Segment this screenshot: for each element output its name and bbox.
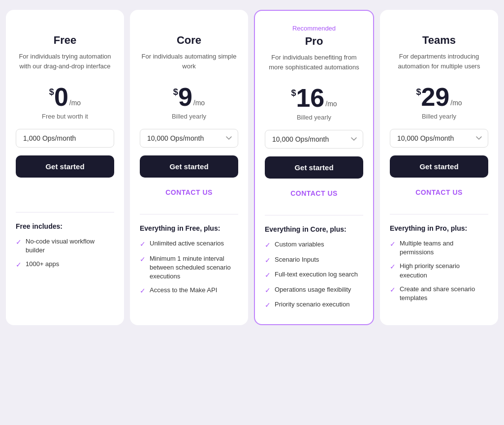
check-icon-free-1: ✓ — [16, 260, 22, 270]
divider-free — [16, 212, 114, 212]
feature-text-pro-4: Priority scenario execution — [275, 300, 349, 309]
feature-item-teams-2: ✓ Create and share scenario templates — [390, 285, 488, 303]
price-row-free: $ 0 /mo — [16, 84, 114, 110]
check-icon-core-1: ✓ — [140, 255, 146, 265]
check-icon-pro-4: ✓ — [265, 301, 271, 310]
price-per-pro: /mo — [325, 100, 337, 108]
ops-input-free[interactable] — [16, 129, 114, 148]
billing-note-free: Free but worth it — [16, 113, 114, 120]
contact-us-button-pro[interactable]: CONTACT US — [265, 185, 363, 201]
feature-text-free-0: No-code visual workflow builder — [26, 237, 114, 255]
feature-text-core-0: Unlimited active scenarios — [150, 239, 224, 248]
feature-list-pro: ✓ Custom variables ✓ Scenario Inputs ✓ F… — [265, 240, 363, 310]
feature-item-pro-3: ✓ Operations usage flexibility — [265, 285, 363, 296]
plan-card-pro: RecommendedProFor individuals benefiting… — [254, 10, 374, 325]
plan-description-free: For individuals trying automation with o… — [16, 52, 114, 77]
price-number-pro: 16 — [296, 85, 324, 111]
billing-note-core: Billed yearly — [140, 113, 238, 120]
check-icon-teams-0: ✓ — [390, 240, 396, 249]
check-icon-pro-1: ✓ — [265, 256, 271, 266]
plan-name-core: Core — [140, 34, 238, 47]
price-dollar-core: $ — [173, 87, 178, 97]
price-per-free: /mo — [69, 99, 81, 107]
feature-item-pro-4: ✓ Priority scenario execution — [265, 300, 363, 310]
price-per-core: /mo — [193, 99, 205, 107]
check-icon-pro-0: ✓ — [265, 241, 271, 250]
ops-select-core[interactable]: 10,000 Ops/month25,000 Ops/month50,000 O… — [140, 129, 238, 148]
plan-description-pro: For individuals benefiting from more sop… — [265, 53, 363, 78]
ops-select-teams[interactable]: 10,000 Ops/month25,000 Ops/month50,000 O… — [390, 129, 488, 148]
divider-core — [140, 214, 238, 214]
feature-item-core-1: ✓ Minimum 1 minute interval between sche… — [140, 254, 238, 281]
feature-text-core-1: Minimum 1 minute interval between schedu… — [150, 254, 238, 281]
ops-select-pro[interactable]: 10,000 Ops/month25,000 Ops/month50,000 O… — [265, 130, 363, 149]
feature-item-free-0: ✓ No-code visual workflow builder — [16, 237, 114, 255]
price-row-pro: $ 16 /mo — [265, 85, 363, 111]
feature-text-pro-1: Scenario Inputs — [275, 255, 319, 264]
plan-card-core: CoreFor individuals automating simple wo… — [130, 10, 248, 325]
feature-list-teams: ✓ Multiple teams and permissions ✓ High … — [390, 239, 488, 303]
feature-list-free: ✓ No-code visual workflow builder ✓ 1000… — [16, 237, 114, 270]
features-title-free: Free includes: — [16, 222, 114, 230]
get-started-button-pro[interactable]: Get started — [265, 156, 363, 179]
price-per-teams: /mo — [450, 99, 462, 107]
recommended-badge: Recommended — [265, 25, 363, 32]
feature-text-teams-2: Create and share scenario templates — [400, 285, 488, 303]
features-title-teams: Everything in Pro, plus: — [390, 224, 488, 232]
plan-name-pro: Pro — [265, 35, 363, 48]
contact-us-button-core[interactable]: CONTACT US — [140, 184, 238, 200]
features-title-pro: Everything in Core, plus: — [265, 225, 363, 233]
plan-description-teams: For departments introducing automation f… — [390, 52, 488, 77]
features-title-core: Everything in Free, plus: — [140, 224, 238, 232]
get-started-button-free[interactable]: Get started — [16, 155, 114, 178]
feature-text-free-1: 1000+ apps — [26, 260, 59, 269]
feature-item-core-0: ✓ Unlimited active scenarios — [140, 239, 238, 249]
price-row-core: $ 9 /mo — [140, 84, 238, 110]
plan-name-free: Free — [16, 34, 114, 47]
feature-text-teams-0: Multiple teams and permissions — [400, 239, 488, 257]
feature-text-teams-1: High priority scenario execution — [400, 262, 488, 279]
feature-text-core-2: Access to the Make API — [150, 286, 217, 295]
feature-item-pro-2: ✓ Full-text execution log search — [265, 270, 363, 280]
plan-name-teams: Teams — [390, 34, 488, 47]
check-icon-free-0: ✓ — [16, 238, 22, 247]
feature-text-pro-2: Full-text execution log search — [275, 270, 358, 279]
price-number-free: 0 — [54, 84, 68, 110]
get-started-button-teams[interactable]: Get started — [390, 155, 488, 178]
feature-item-teams-1: ✓ High priority scenario execution — [390, 262, 488, 279]
get-started-button-core[interactable]: Get started — [140, 155, 238, 178]
price-row-teams: $ 29 /mo — [390, 84, 488, 110]
price-number-core: 9 — [178, 84, 192, 110]
check-icon-teams-2: ✓ — [390, 285, 396, 295]
check-icon-pro-3: ✓ — [265, 286, 271, 296]
billing-note-teams: Billed yearly — [390, 113, 488, 120]
feature-item-teams-0: ✓ Multiple teams and permissions — [390, 239, 488, 257]
check-icon-teams-1: ✓ — [390, 262, 396, 272]
feature-item-core-2: ✓ Access to the Make API — [140, 286, 238, 296]
feature-list-core: ✓ Unlimited active scenarios ✓ Minimum 1… — [140, 239, 238, 296]
price-number-teams: 29 — [421, 84, 449, 110]
plan-card-teams: TeamsFor departments introducing automat… — [380, 10, 498, 325]
feature-item-free-1: ✓ 1000+ apps — [16, 260, 114, 270]
divider-pro — [265, 215, 363, 215]
price-dollar-free: $ — [49, 87, 54, 97]
feature-text-pro-0: Custom variables — [275, 240, 324, 249]
check-icon-core-2: ✓ — [140, 286, 146, 296]
price-dollar-pro: $ — [291, 88, 296, 98]
feature-item-pro-0: ✓ Custom variables — [265, 240, 363, 250]
plan-card-free: FreeFor individuals trying automation wi… — [6, 10, 124, 325]
feature-item-pro-1: ✓ Scenario Inputs — [265, 255, 363, 266]
divider-teams — [390, 214, 488, 214]
check-icon-core-0: ✓ — [140, 240, 146, 249]
plan-description-core: For individuals automating simple work — [140, 52, 238, 77]
feature-text-pro-3: Operations usage flexibility — [275, 285, 351, 294]
contact-us-button-teams[interactable]: CONTACT US — [390, 184, 488, 200]
pricing-grid: FreeFor individuals trying automation wi… — [6, 10, 498, 325]
price-dollar-teams: $ — [416, 87, 421, 97]
billing-note-pro: Billed yearly — [265, 114, 363, 121]
check-icon-pro-2: ✓ — [265, 271, 271, 280]
